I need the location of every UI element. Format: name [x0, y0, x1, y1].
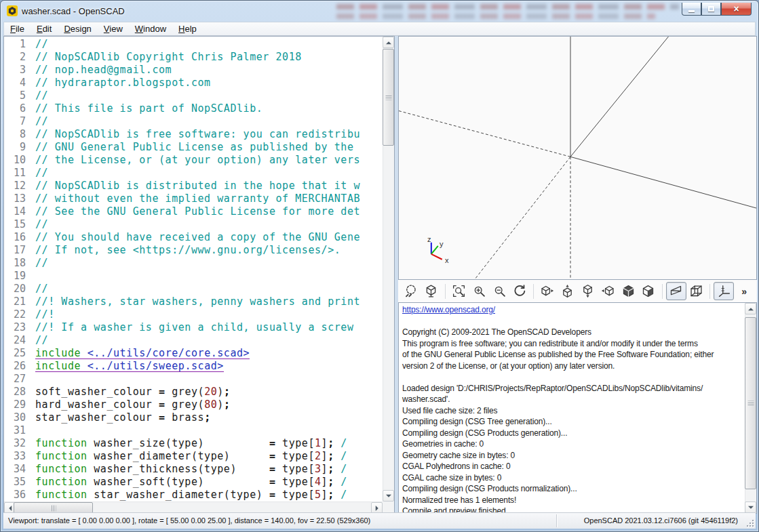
- code-line[interactable]: 22//!: [4, 308, 383, 321]
- view-bottom-icon[interactable]: [578, 282, 598, 300]
- code-line[interactable]: 27: [4, 373, 383, 386]
- line-number: 27: [4, 373, 35, 386]
- line-number: 31: [4, 424, 35, 437]
- code-line[interactable]: 31: [4, 424, 383, 437]
- console-line: of the GNU General Public License as pub…: [402, 349, 745, 361]
- scroll-up-button[interactable]: [383, 37, 394, 48]
- editor-vscroll-thumb[interactable]: [383, 49, 394, 146]
- console-vertical-scrollbar[interactable]: [745, 303, 756, 513]
- code-line[interactable]: 13// without even the implied warranty o…: [4, 192, 383, 205]
- console-line: This program is free software; you can r…: [402, 338, 745, 350]
- undo-viewchange-icon[interactable]: [509, 282, 530, 300]
- code-line[interactable]: 3// nop.head@gmail.com: [4, 64, 383, 77]
- window-title: washer.scad - OpenSCAD: [22, 6, 125, 16]
- line-number: 17: [4, 244, 35, 257]
- line-number: 6: [4, 102, 35, 115]
- code-line[interactable]: 21//! Washers, star washers, penny washe…: [4, 295, 383, 308]
- line-number: 35: [4, 476, 35, 489]
- console-line: Geometry cache size in bytes: 0: [402, 450, 745, 462]
- code-line[interactable]: 33function washer_diameter(type) = type[…: [4, 450, 383, 463]
- view-right-icon[interactable]: [537, 282, 558, 300]
- code-line[interactable]: 18//: [4, 257, 383, 270]
- openscad-logo-icon: [7, 5, 18, 16]
- close-button[interactable]: ×: [721, 3, 752, 16]
- view-front-icon[interactable]: [618, 282, 638, 300]
- code-line[interactable]: 17// If not, see <https://www.gnu.org/li…: [4, 244, 383, 257]
- code-line[interactable]: 11//: [4, 167, 383, 180]
- code-line[interactable]: 25include <../utils/core/core.scad>: [4, 347, 383, 360]
- code-line[interactable]: 7//: [4, 115, 383, 128]
- view-back-icon[interactable]: [638, 282, 659, 300]
- console-line: CGAL Polyhedrons in cache: 0: [402, 461, 745, 472]
- zoom-in-icon[interactable]: [469, 282, 489, 300]
- axis-label-x: x: [445, 256, 449, 264]
- console-vscroll-thumb[interactable]: [745, 317, 756, 489]
- editor-vertical-scrollbar[interactable]: [383, 37, 394, 502]
- toolbar-separator: [662, 284, 663, 299]
- view-top-icon[interactable]: [558, 282, 578, 300]
- zoom-fit-icon[interactable]: [449, 282, 469, 300]
- code-line[interactable]: 6// This file is part of NopSCADlib.: [4, 102, 383, 115]
- code-line[interactable]: 34function washer_thickness(type) = type…: [4, 463, 383, 476]
- code-line[interactable]: 32function washer_size(type) = type[1]; …: [4, 437, 383, 450]
- code-line[interactable]: 23//! If a washer is given a child, usua…: [4, 321, 383, 334]
- code-area[interactable]: 1//2// NopSCADlib Copyright Chris Palmer…: [4, 37, 383, 502]
- console-line: Compiling design (CSG Tree generation)..…: [402, 416, 745, 428]
- menu-file[interactable]: File: [4, 22, 31, 35]
- axes-toggle-icon[interactable]: [714, 282, 734, 300]
- line-number: 34: [4, 463, 35, 476]
- code-line[interactable]: 10// the License, or (at your option) an…: [4, 154, 383, 167]
- line-number: 33: [4, 450, 35, 463]
- app-window: washer.scad - OpenSCAD × FileEditDesignV…: [0, 0, 759, 532]
- menu-help[interactable]: Help: [172, 22, 203, 35]
- more-buttons-icon[interactable]: »: [734, 282, 754, 300]
- view-left-icon[interactable]: [598, 282, 618, 300]
- view-all-icon[interactable]: [401, 282, 421, 300]
- menu-edit[interactable]: Edit: [31, 22, 58, 35]
- menu-window[interactable]: Window: [129, 22, 172, 35]
- code-line[interactable]: 28soft_washer_colour = grey(20);: [4, 386, 383, 398]
- perspective-icon[interactable]: [666, 282, 686, 300]
- reset-view-icon[interactable]: [421, 282, 442, 300]
- menu-design[interactable]: Design: [58, 22, 97, 35]
- line-number: 24: [4, 334, 35, 347]
- code-line[interactable]: 12// NopSCADlib is distributed in the ho…: [4, 180, 383, 192]
- window-controls: ×: [682, 3, 752, 16]
- scroll-up-button[interactable]: [745, 303, 756, 314]
- code-line[interactable]: 15//: [4, 218, 383, 231]
- code-line[interactable]: 14// See the GNU General Public License …: [4, 205, 383, 218]
- code-line[interactable]: 36function star_washer_diameter(type) = …: [4, 489, 383, 502]
- console-link[interactable]: https://www.openscad.org/: [402, 304, 745, 316]
- code-line[interactable]: 4// hydraraptor.blogspot.com: [4, 77, 383, 89]
- code-line[interactable]: 9// GNU General Public License as publis…: [4, 141, 383, 154]
- code-line[interactable]: 16// You should have received a copy of …: [4, 231, 383, 244]
- code-line[interactable]: 24//: [4, 334, 383, 347]
- orthogonal-icon[interactable]: [686, 282, 707, 300]
- code-line[interactable]: 8// NopSCADlib is free software: you can…: [4, 128, 383, 141]
- code-line[interactable]: 20//: [4, 283, 383, 295]
- editor-horizontal-scrollbar[interactable]: [4, 502, 383, 513]
- resize-grip[interactable]: [745, 518, 754, 527]
- editor-pane[interactable]: 1//2// NopSCADlib Copyright Chris Palmer…: [3, 36, 395, 514]
- console-pane[interactable]: https://www.openscad.org/ Copyright (C) …: [398, 302, 757, 514]
- code-line[interactable]: 29hard_washer_colour = grey(80);: [4, 398, 383, 411]
- code-line[interactable]: 19: [4, 270, 383, 283]
- code-line[interactable]: 26include <../utils/sweep.scad>: [4, 360, 383, 373]
- scroll-down-button[interactable]: [383, 490, 394, 502]
- code-line[interactable]: 35function washer_soft(type) = type[4]; …: [4, 476, 383, 489]
- line-number: 26: [4, 360, 35, 373]
- scroll-down-button[interactable]: [745, 502, 756, 513]
- code-line[interactable]: 5//: [4, 89, 383, 102]
- menu-view[interactable]: View: [98, 22, 129, 35]
- code-line[interactable]: 1//: [4, 38, 383, 51]
- code-line[interactable]: 2// NopSCADlib Copyright Chris Palmer 20…: [4, 51, 383, 64]
- minimize-button[interactable]: [682, 3, 701, 16]
- maximize-button[interactable]: [701, 3, 721, 16]
- zoom-out-icon[interactable]: [489, 282, 509, 300]
- console-line: Loaded design 'D:/CHRIS/Projects/RepRapt…: [402, 383, 745, 394]
- line-number: 19: [4, 270, 35, 283]
- line-number: 20: [4, 283, 35, 295]
- code-line[interactable]: 30star_washer_colour = brass;: [4, 411, 383, 424]
- 3d-viewport[interactable]: z y x: [398, 36, 757, 280]
- title-bar[interactable]: washer.scad - OpenSCAD ×: [1, 1, 758, 22]
